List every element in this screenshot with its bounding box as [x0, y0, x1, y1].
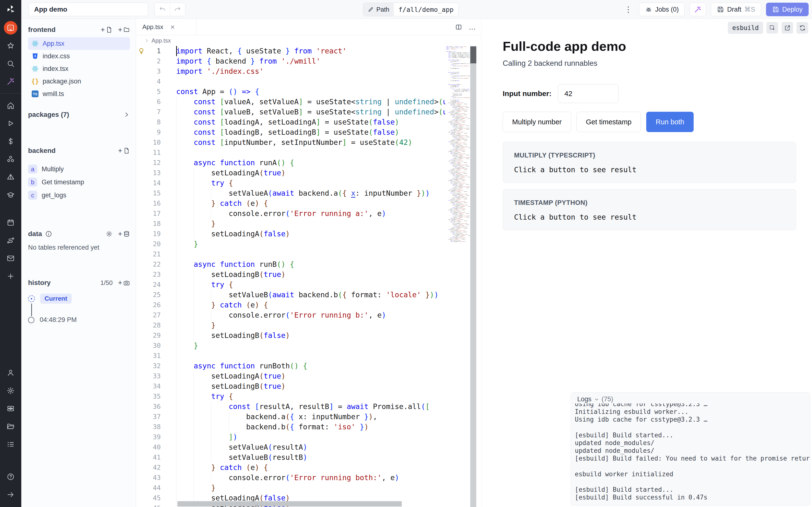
- run-both-button[interactable]: Run both: [646, 112, 694, 132]
- ai-wand-button[interactable]: [690, 3, 706, 16]
- code-line-19[interactable]: 19setLoadingA(false): [136, 229, 445, 239]
- workers-icon[interactable]: [4, 402, 17, 415]
- play-icon[interactable]: [4, 117, 17, 130]
- backend-runnable-b[interactable]: bGet timestamp: [28, 176, 130, 189]
- open-external-button[interactable]: [781, 22, 793, 34]
- code-line-33[interactable]: 33setLoadingA(true): [136, 371, 445, 381]
- dollar-icon[interactable]: [4, 134, 17, 148]
- code-line-17[interactable]: 17console.error('Error running a:', e): [136, 209, 445, 219]
- tab-app-tsx[interactable]: App.tsx: [136, 19, 197, 35]
- code-line-36[interactable]: 36const [resultA, resultB] = await Promi…: [136, 401, 445, 412]
- editor-horizontal-scrollbar[interactable]: [177, 501, 402, 507]
- close-icon[interactable]: [170, 24, 175, 30]
- code-line-39[interactable]: 39]): [136, 432, 445, 442]
- code-line-20[interactable]: 20}: [136, 239, 445, 249]
- logs-header[interactable]: Logs (75): [571, 393, 810, 403]
- cubes-icon[interactable]: [4, 152, 17, 166]
- get-timestamp-button[interactable]: Get timestamp: [577, 112, 641, 132]
- select-component-button[interactable]: [766, 22, 778, 34]
- code-line-9[interactable]: 9const [loadingB, setLoadingB] = useStat…: [136, 127, 445, 137]
- file-item-index.css[interactable]: 3index.css: [28, 50, 130, 62]
- code-line-3[interactable]: 3import './index.css': [136, 66, 445, 76]
- multiply-number-button[interactable]: Multiply number: [503, 112, 571, 132]
- split-editor-icon[interactable]: [455, 23, 462, 31]
- app-name-input[interactable]: [29, 3, 148, 16]
- code-line-11[interactable]: 11: [136, 148, 445, 158]
- editor-vertical-scrollbar[interactable]: [470, 46, 476, 507]
- logs-body[interactable]: Using idb cache for csstype@3.2.3 …Initi…: [571, 400, 810, 502]
- file-item-index.tsx[interactable]: index.tsx: [28, 62, 130, 75]
- code-line-10[interactable]: 10const [inputNumber, setInputNumber] = …: [136, 137, 445, 148]
- code-line-2[interactable]: 2import { backend } from './wmill': [136, 56, 445, 66]
- code-line-5[interactable]: 5const App = () => {: [136, 87, 445, 97]
- code-area[interactable]: 1import React, { useState } from 'react'…: [136, 46, 445, 507]
- history-timestamp[interactable]: 04:48:29 PM: [40, 316, 77, 324]
- file-item-wmill.ts[interactable]: TSwmill.ts: [28, 88, 130, 100]
- search-icon[interactable]: [4, 57, 17, 70]
- list-icon[interactable]: [4, 438, 17, 451]
- code-line-42[interactable]: 42} catch (e) {: [136, 462, 445, 473]
- draft-button[interactable]: Draft ⌘S: [711, 3, 761, 16]
- route-icon[interactable]: [4, 234, 17, 247]
- code-line-24[interactable]: 24try {: [136, 280, 445, 290]
- code-line-15[interactable]: 15setValueA(await backend.a({ x: inputNu…: [136, 188, 445, 199]
- user-icon[interactable]: [4, 366, 17, 380]
- code-line-32[interactable]: 32async function runBoth() {: [136, 361, 445, 371]
- star-icon[interactable]: [4, 39, 17, 53]
- file-item-package.json[interactable]: {}package.json: [28, 75, 130, 88]
- history-current-badge[interactable]: Current: [40, 294, 72, 303]
- code-line-44[interactable]: 44}: [136, 483, 445, 493]
- expand-arrow-icon[interactable]: [4, 488, 17, 501]
- windmill-logo[interactable]: [0, 0, 21, 19]
- code-line-28[interactable]: 28}: [136, 320, 445, 330]
- lightbulb-icon[interactable]: [136, 46, 147, 56]
- code-line-7[interactable]: 7const [valueB, setValueB] = useState<st…: [136, 107, 445, 117]
- code-line-29[interactable]: 29setLoadingB(false): [136, 330, 445, 341]
- packages-row[interactable]: packages (7): [28, 109, 130, 120]
- code-line-13[interactable]: 13setLoadingA(true): [136, 168, 445, 178]
- graduation-cap-icon[interactable]: [4, 188, 17, 202]
- more-actions-icon[interactable]: …: [469, 23, 476, 31]
- code-line-34[interactable]: 34setLoadingB(true): [136, 381, 445, 391]
- code-line-23[interactable]: 23setLoadingB(true): [136, 270, 445, 280]
- code-line-16[interactable]: 16} catch (e) {: [136, 199, 445, 209]
- snapshot-button[interactable]: +: [118, 279, 130, 287]
- data-settings-button[interactable]: [106, 230, 113, 237]
- plus-icon[interactable]: [4, 270, 17, 283]
- help-icon[interactable]: [4, 470, 17, 484]
- code-line-12[interactable]: 12async function runA() {: [136, 158, 445, 168]
- minimap[interactable]: import React, { useState } from 'react'i…: [445, 46, 470, 507]
- code-line-22[interactable]: 22async function runB() {: [136, 259, 445, 270]
- code-line-43[interactable]: 43console.error('Error running both:', e…: [136, 473, 445, 483]
- add-script-button[interactable]: +: [118, 147, 130, 155]
- magic-wand-icon[interactable]: [4, 75, 17, 88]
- code-line-37[interactable]: 37backend.a({ x: inputNumber }),: [136, 412, 445, 422]
- code-line-27[interactable]: 27console.error('Error running b:', e): [136, 310, 445, 320]
- kebab-menu-icon[interactable]: ⋮: [622, 5, 634, 14]
- code-line-18[interactable]: 18}: [136, 219, 445, 229]
- code-line-35[interactable]: 35try {: [136, 391, 445, 401]
- jobs-button[interactable]: Jobs (0): [639, 3, 685, 16]
- deploy-button[interactable]: Deploy: [766, 3, 809, 16]
- pyramid-icon[interactable]: [4, 170, 17, 184]
- redo-button[interactable]: [170, 3, 185, 16]
- path-control[interactable]: Path f/all/demo_app: [363, 3, 458, 16]
- home-icon[interactable]: [4, 99, 17, 112]
- code-line-8[interactable]: 8const [loadingA, setLoadingA] = useStat…: [136, 117, 445, 127]
- file-item-App.tsx[interactable]: App.tsx: [28, 37, 130, 50]
- breadcrumb[interactable]: App.tsx: [136, 35, 481, 46]
- backend-runnable-c[interactable]: cget_logs: [28, 189, 130, 202]
- calendar-icon[interactable]: [4, 216, 17, 229]
- code-line-31[interactable]: 31: [136, 351, 445, 361]
- code-line-14[interactable]: 14try {: [136, 178, 445, 188]
- code-line-40[interactable]: 40setValueA(resultA): [136, 442, 445, 452]
- app-window-icon[interactable]: [4, 21, 17, 35]
- folder-icon[interactable]: [4, 420, 17, 433]
- scrollbar-thumb[interactable]: [470, 47, 476, 63]
- add-file-button[interactable]: +: [101, 25, 113, 34]
- code-line-4[interactable]: 4: [136, 76, 445, 87]
- refresh-button[interactable]: [797, 22, 808, 34]
- backend-runnable-a[interactable]: aMultiply: [28, 163, 130, 176]
- code-line-26[interactable]: 26} catch (e) {: [136, 300, 445, 310]
- add-folder-button[interactable]: +: [118, 25, 130, 34]
